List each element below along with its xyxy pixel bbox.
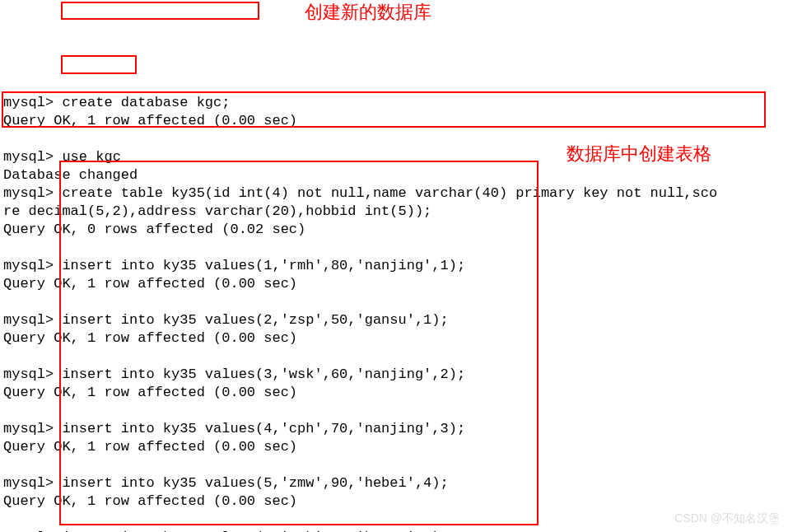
create-table-cmd: create table ky35(id int(4) not null,nam… — [3, 185, 717, 219]
insert-cmd: insert into ky35 values(3,'wsk',60,'nanj… — [62, 366, 465, 382]
redbox-create-db — [61, 2, 259, 20]
watermark: CSDN @不知名汉堡 — [674, 509, 780, 527]
query-response: Query OK, 1 row affected (0.00 sec) — [3, 330, 297, 346]
mysql-prompt: mysql> — [3, 258, 54, 273]
query-response: Query OK, 0 rows affected (0.02 sec) — [3, 222, 305, 237]
insert-cmd: insert into ky35 values(1,'rmh',80,'nanj… — [62, 258, 465, 273]
insert-cmd: insert into ky35 values(2,'zsp',50,'gans… — [62, 312, 448, 328]
mysql-prompt: mysql> — [3, 149, 54, 165]
annotation-create-table: 数据库中创建表格 — [567, 145, 711, 163]
mysql-prompt: mysql> — [3, 421, 54, 436]
query-response: Query OK, 1 row affected (0.00 sec) — [3, 493, 297, 509]
create-database-cmd: create database kgc; — [62, 95, 230, 110]
db-changed-response: Database changed — [3, 167, 138, 183]
redbox-use-db — [61, 55, 137, 74]
query-response: Query OK, 1 row affected (0.00 sec) — [3, 439, 297, 455]
mysql-prompt: mysql> — [3, 312, 54, 328]
insert-cmd: insert into ky35 values(5,'zmw',90,'hebe… — [62, 475, 448, 491]
mysql-prompt: mysql> — [3, 366, 54, 382]
query-response: Query OK, 1 row affected (0.00 sec) — [3, 276, 297, 292]
query-response: Query OK, 1 row affected (0.00 sec) — [3, 113, 297, 128]
mysql-prompt: mysql> — [3, 185, 54, 201]
insert-cmd: insert into ky35 values(4,'cph',70,'nanj… — [62, 421, 465, 436]
query-response: Query OK, 1 row affected (0.00 sec) — [3, 385, 297, 400]
annotation-create-db: 创建新的数据库 — [305, 3, 431, 21]
mysql-prompt: mysql> — [3, 95, 54, 110]
use-database-cmd: use kgc — [62, 149, 120, 165]
mysql-prompt: mysql> — [3, 475, 54, 491]
